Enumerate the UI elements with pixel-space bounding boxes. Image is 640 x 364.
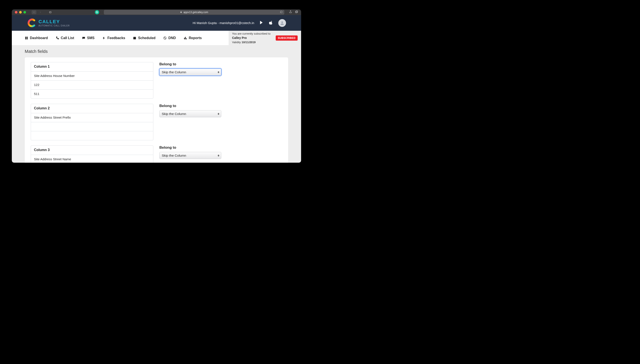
svg-rect-9 [27,38,28,39]
column-sample-value: Site Address House Number [31,71,153,80]
belong-to-select[interactable]: Skip the Column [159,152,221,159]
match-row: Column 3Site Address Street Name10Th StB… [31,146,282,163]
belong-to-label: Belong to [159,62,222,66]
select-value: Skip the Column [162,112,186,116]
svg-rect-16 [184,38,185,39]
validity-label: Validity [232,40,241,44]
logo-mark-icon [27,18,36,28]
belong-to-block: Belong toSkip the Column [159,104,222,140]
chat-icon [82,36,85,40]
page-viewport: CALLEY AUTOMATIC CALL DIALER Hi Manish G… [12,15,301,163]
bolt-icon [102,36,106,40]
belong-to-select[interactable]: Skip the Column [159,110,221,117]
nav-label: Reports [189,36,202,40]
nav-label: DND [168,36,176,40]
window-close-button[interactable] [15,11,18,14]
column-header: Column 3 [31,146,153,155]
page-body: Match fields Column 1Site Address House … [12,45,301,163]
window-minimize-button[interactable] [19,11,22,14]
page-title: Match fields [25,49,288,54]
back-button[interactable] [32,10,36,14]
reports-icon [184,36,187,40]
column-sample-value [31,131,153,140]
greeting: Hi Manish Gupta - manishpro01@cstech.in [193,21,254,25]
subscription-plan: Calley Pro [232,36,270,40]
subscribed-badge: SUBSCRIBED [276,36,298,40]
nav-sms[interactable]: SMS [82,36,95,40]
column-preview: Column 2Site Address Street Prefix [31,104,153,140]
nav-label: Dashboard [30,36,48,40]
svg-rect-7 [27,37,28,38]
column-header: Column 1 [31,62,153,71]
share-icon[interactable] [289,10,292,14]
svg-rect-4 [295,11,297,13]
svg-rect-10 [133,37,136,39]
phone-icon [56,36,59,40]
select-value: Skip the Column [162,154,186,158]
svg-rect-0 [50,12,51,13]
brand-logo[interactable]: CALLEY AUTOMATIC CALL DIALER [27,18,70,28]
column-sample-value: 511 [31,90,153,98]
url-host: appv13.getcalley.com [183,11,208,14]
subscription-note: You are currently subscribed to [232,32,270,36]
belong-to-block: Belong toSkip the Column [159,146,222,163]
chevron-up-down-icon [218,113,219,115]
subscription-box: You are currently subscribed to Calley P… [229,31,301,45]
svg-rect-6 [25,37,26,38]
app-header: CALLEY AUTOMATIC CALL DIALER Hi Manish G… [12,15,301,31]
column-preview: Column 3Site Address Street Name10Th St [31,146,153,163]
chevron-up-down-icon [218,71,219,73]
belong-to-label: Belong to [159,146,222,150]
reload-icon[interactable] [280,11,282,14]
svg-point-5 [281,21,283,23]
belong-to-block: Belong toSkip the Column [159,62,222,99]
chevron-up-down-icon [218,154,219,156]
main-nav: Dashboard Call List SMS Feedbacks Schedu… [12,31,301,45]
svg-rect-18 [186,38,187,39]
forward-button[interactable] [38,10,43,14]
grammarly-extension-icon[interactable]: G [95,10,99,14]
nav-label: Scheduled [138,36,155,40]
column-sample-value: Site Address Street Name [31,155,153,163]
column-sample-value: Site Address Street Prefix [31,113,153,122]
column-sample-value: 122 [31,80,153,90]
match-row: Column 2Site Address Street PrefixBelong… [31,104,282,140]
svg-line-15 [164,37,166,39]
column-header: Column 2 [31,104,153,113]
calendar-icon [133,36,136,40]
svg-rect-3 [296,11,298,12]
validity-date: 10/11/2019 [242,40,256,44]
nav-label: SMS [87,36,95,40]
column-preview: Column 1Site Address House Number122511 [31,62,153,99]
apple-icon[interactable] [269,20,273,25]
nav-label: Call List [61,36,74,40]
nav-scheduled[interactable]: Scheduled [133,36,155,40]
lock-icon [180,11,182,14]
tabs-icon[interactable] [295,10,298,14]
dashboard-icon [25,36,28,40]
titlebar: G appv13.getcalley.com [12,10,301,15]
avatar[interactable] [278,19,286,27]
address-bar[interactable]: appv13.getcalley.com [104,10,284,14]
browser-window: G appv13.getcalley.com + [12,10,301,163]
sidebar-toggle-button[interactable] [48,10,53,14]
belong-to-select[interactable]: Skip the Column [159,68,221,76]
nav-feedbacks[interactable]: Feedbacks [102,36,125,40]
nav-call-list[interactable]: Call List [56,36,74,40]
select-value: Skip the Column [162,70,186,74]
nav-reports[interactable]: Reports [184,36,202,40]
column-sample-value [31,122,153,131]
window-fullscreen-button[interactable] [24,11,26,14]
nav-dashboard[interactable]: Dashboard [25,36,48,40]
belong-to-label: Belong to [159,104,222,108]
nav-dnd[interactable]: DND [163,36,176,40]
brand-tagline: AUTOMATIC CALL DIALER [39,24,70,27]
nav-label: Feedbacks [107,36,125,40]
block-icon [163,36,167,40]
match-row: Column 1Site Address House Number122511B… [31,62,282,99]
svg-rect-8 [25,38,26,39]
svg-rect-17 [185,37,186,39]
brand-name: CALLEY [39,19,70,24]
match-fields-card: Column 1Site Address House Number122511B… [25,57,288,163]
google-play-icon[interactable] [259,20,264,25]
